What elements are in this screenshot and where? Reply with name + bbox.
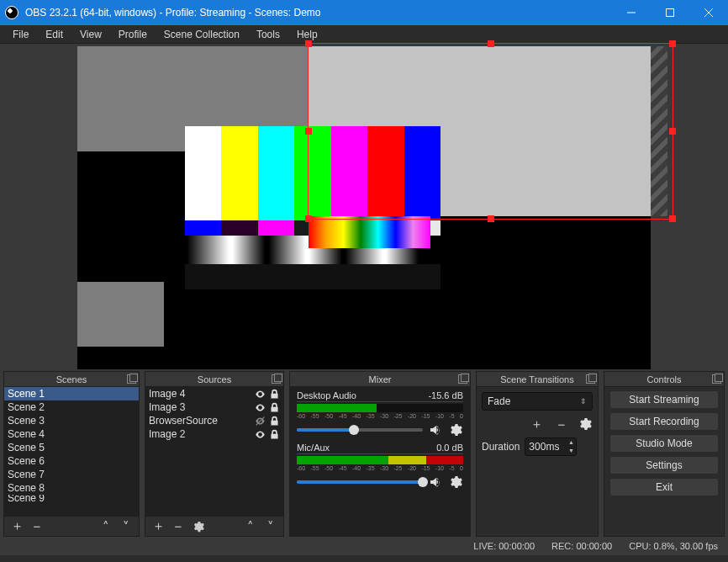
popout-icon[interactable] xyxy=(127,374,136,384)
panel-header[interactable]: Scene Transitions xyxy=(477,372,598,387)
volume-slider[interactable] xyxy=(297,480,423,484)
source-properties-button[interactable] xyxy=(189,518,208,535)
gear-icon[interactable] xyxy=(448,475,463,490)
exit-button[interactable]: Exit xyxy=(609,478,719,496)
source-item[interactable]: Image 4 xyxy=(145,387,283,400)
panel-title: Sources xyxy=(198,374,231,384)
gear-icon[interactable] xyxy=(578,416,593,432)
scene-item[interactable]: Scene 5 xyxy=(4,441,139,454)
lock-icon[interactable] xyxy=(268,415,280,427)
status-rec: REC: 00:00:00 xyxy=(551,541,612,551)
controls-panel: Controls Start Streaming Start Recording… xyxy=(604,371,725,537)
preview-layer xyxy=(77,282,164,347)
scene-item[interactable]: Scene 1 xyxy=(4,387,139,400)
window-maximize-button[interactable] xyxy=(651,0,689,25)
move-down-button[interactable]: ˅ xyxy=(261,518,280,535)
scenes-panel: Scenes Scene 1 Scene 2 Scene 3 Scene 4 S… xyxy=(3,371,140,537)
menu-file[interactable]: File xyxy=(5,27,36,42)
duration-spinner[interactable]: ▲ ▼ xyxy=(525,437,577,456)
track-db: -15.6 dB xyxy=(428,390,463,400)
popout-icon[interactable] xyxy=(712,374,721,384)
panel-title: Controls xyxy=(647,374,682,384)
remove-transition-button[interactable]: − xyxy=(552,416,571,432)
panel-header[interactable]: Sources xyxy=(145,372,283,387)
add-transition-button[interactable]: ＋ xyxy=(527,416,546,432)
eye-icon[interactable] xyxy=(254,401,266,413)
popout-icon[interactable] xyxy=(272,374,281,384)
vu-meter xyxy=(297,404,463,412)
panel-title: Scenes xyxy=(56,374,87,384)
status-bar: LIVE: 00:00:00 REC: 00:00:00 CPU: 0.8%, … xyxy=(0,537,728,555)
speaker-icon[interactable] xyxy=(428,475,443,490)
scene-item[interactable]: Scene 2 xyxy=(4,400,139,414)
window-close-button[interactable] xyxy=(689,0,728,25)
duration-label: Duration xyxy=(482,441,520,453)
remove-source-button[interactable]: − xyxy=(169,518,187,535)
panel-header[interactable]: Scenes xyxy=(4,372,139,387)
eye-off-icon[interactable] xyxy=(254,415,266,427)
gear-icon[interactable] xyxy=(448,422,463,437)
source-item[interactable]: Image 2 xyxy=(145,427,283,441)
window-minimize-button[interactable] xyxy=(612,0,651,25)
settings-button[interactable]: Settings xyxy=(609,456,719,475)
resize-handle[interactable] xyxy=(488,215,494,222)
add-scene-button[interactable]: ＋ xyxy=(8,518,26,535)
source-name: Image 3 xyxy=(149,400,185,414)
remove-scene-button[interactable]: − xyxy=(28,518,46,535)
start-streaming-button[interactable]: Start Streaming xyxy=(609,390,719,409)
preview-canvas[interactable] xyxy=(77,46,651,369)
status-cpu: CPU: 0.8%, 30.00 fps xyxy=(629,541,718,551)
panel-header[interactable]: Controls xyxy=(604,372,724,387)
add-source-button[interactable]: ＋ xyxy=(149,518,167,535)
move-up-button[interactable]: ˄ xyxy=(97,518,115,535)
spin-down-icon[interactable]: ▼ xyxy=(566,447,576,455)
status-live: LIVE: 00:00:00 xyxy=(473,541,535,551)
volume-slider[interactable] xyxy=(297,428,423,432)
scene-item[interactable]: Scene 9 xyxy=(4,495,139,501)
preview-crop-stripes xyxy=(651,46,667,216)
resize-handle[interactable] xyxy=(669,215,676,222)
spin-up-icon[interactable]: ▲ xyxy=(566,438,576,447)
resize-handle[interactable] xyxy=(669,128,676,135)
speaker-icon[interactable] xyxy=(428,422,443,437)
vu-meter xyxy=(297,456,463,464)
menu-tools[interactable]: Tools xyxy=(249,27,288,42)
popout-icon[interactable] xyxy=(586,374,595,384)
vu-ticks: -60-55-50 -45-40-35 -30-25-20 -15-10-5 0 xyxy=(297,413,463,419)
preview-area xyxy=(0,44,728,371)
menu-view[interactable]: View xyxy=(72,27,109,42)
lock-icon[interactable] xyxy=(268,388,280,400)
source-name: Image 4 xyxy=(149,387,185,400)
menu-profile[interactable]: Profile xyxy=(111,27,155,42)
popout-icon[interactable] xyxy=(458,374,467,384)
mixer-panel: Mixer Desktop Audio -15.6 dB -60-55-50 -… xyxy=(289,371,471,537)
track-db: 0.0 dB xyxy=(436,443,463,453)
svg-rect-0 xyxy=(667,9,674,17)
lock-icon[interactable] xyxy=(268,401,280,413)
eye-icon[interactable] xyxy=(254,388,266,400)
scene-item[interactable]: Scene 4 xyxy=(4,427,139,441)
source-item[interactable]: Image 3 xyxy=(145,400,283,414)
menu-edit[interactable]: Edit xyxy=(38,27,71,42)
duration-input[interactable] xyxy=(525,441,566,453)
lock-icon[interactable] xyxy=(268,428,280,440)
eye-icon[interactable] xyxy=(254,428,266,440)
start-recording-button[interactable]: Start Recording xyxy=(609,412,719,431)
source-item[interactable]: BrowserSource xyxy=(145,414,283,427)
scene-item[interactable]: Scene 6 xyxy=(4,454,139,468)
transition-select[interactable]: Fade ⇕ xyxy=(482,392,593,411)
scene-item[interactable]: Scene 8 xyxy=(4,481,139,495)
track-name: Desktop Audio xyxy=(297,390,356,400)
scene-item[interactable]: Scene 3 xyxy=(4,414,139,427)
studio-mode-button[interactable]: Studio Mode xyxy=(609,434,719,453)
move-down-button[interactable]: ˅ xyxy=(117,518,135,535)
menu-scene-collection[interactable]: Scene Collection xyxy=(156,27,247,42)
scene-item[interactable]: Scene 7 xyxy=(4,468,139,481)
app-icon xyxy=(5,6,18,19)
panel-header[interactable]: Mixer xyxy=(290,372,470,387)
sources-panel: Sources Image 4 Image 3 xyxy=(145,371,284,537)
transition-value: Fade xyxy=(488,395,510,407)
window-title: OBS 23.2.1 (64-bit, windows) - Profile: … xyxy=(25,7,612,19)
menu-help[interactable]: Help xyxy=(289,27,325,42)
move-up-button[interactable]: ˄ xyxy=(241,518,260,535)
